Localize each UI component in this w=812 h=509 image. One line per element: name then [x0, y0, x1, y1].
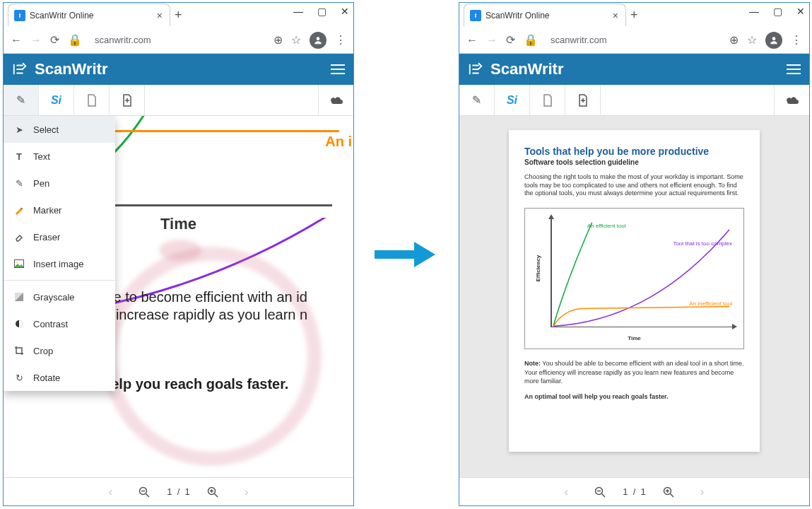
menu-crop[interactable]: Crop [4, 337, 115, 364]
contrast-icon [13, 320, 25, 328]
zoom-out-button[interactable] [130, 482, 158, 502]
menu-rotate[interactable]: ↻Rotate [4, 364, 115, 391]
profile-avatar[interactable] [310, 32, 326, 49]
tab-close-icon[interactable]: × [613, 10, 618, 21]
zoom-in-button[interactable] [654, 482, 683, 502]
zoom-circle-icon[interactable]: ⊕ [273, 33, 283, 47]
hamburger-button[interactable] [787, 64, 801, 74]
zoom-in-button[interactable] [199, 482, 227, 502]
svg-point-0 [317, 37, 320, 40]
menu-text[interactable]: TText [4, 143, 115, 170]
close-icon[interactable]: ✕ [796, 6, 805, 17]
menu-eraser[interactable]: Eraser [4, 223, 115, 250]
titlebar: I ScanWritr Online × + — ▢ ✕ [4, 3, 353, 27]
marker-icon [13, 205, 25, 215]
right-window: I ScanWritr Online × + — ▢ ✕ ← → ⟳ 🔒 sca… [459, 2, 810, 506]
legend-inefficient: An inefficient tool [689, 300, 732, 307]
browser-tab[interactable]: I ScanWritr Online × [464, 4, 626, 26]
browser-tab[interactable]: I ScanWritr Online × [8, 4, 170, 26]
menu-separator [4, 280, 115, 281]
star-icon[interactable]: ☆ [747, 33, 757, 47]
signature-tool-button[interactable]: Si [39, 85, 74, 115]
cursor-icon: ➤ [13, 124, 25, 135]
text-icon: T [13, 151, 25, 162]
minimize-icon[interactable]: — [749, 6, 759, 17]
menu-pen[interactable]: ✎Pen [4, 170, 115, 197]
forward-icon[interactable]: → [486, 34, 498, 47]
image-icon [13, 259, 25, 268]
left-window: I ScanWritr Online × + — ▢ ✕ ← → ⟳ 🔒 sca… [3, 2, 354, 506]
app-logo[interactable]: ScanWritr [468, 60, 564, 78]
new-tab-button[interactable]: + [175, 8, 182, 23]
titlebar: I ScanWritr Online × + — ▢ ✕ [459, 3, 809, 27]
maximize-icon[interactable]: ▢ [317, 6, 326, 17]
cloud-button[interactable] [774, 85, 809, 115]
logo-icon [468, 62, 483, 77]
edit-tool-button[interactable]: ✎ [459, 85, 495, 115]
signature-tool-button[interactable]: Si [495, 85, 530, 115]
canvas-area[interactable]: An i Time ble to become efficient with a… [4, 116, 353, 477]
reload-icon[interactable]: ⟳ [50, 33, 59, 47]
doc-paragraph: Choosing the right tools to make the mos… [524, 173, 744, 198]
app-logo[interactable]: ScanWritr [12, 60, 108, 78]
cloud-button[interactable] [318, 85, 353, 115]
window-controls: — ▢ ✕ [749, 6, 805, 17]
url-text[interactable]: scanwritr.com [551, 35, 721, 45]
rotate-icon: ↻ [13, 373, 25, 383]
url-text[interactable]: scanwritr.com [95, 35, 265, 45]
edit-tool-button[interactable]: ✎ [4, 85, 39, 115]
favicon-icon: I [470, 10, 481, 21]
profile-avatar[interactable] [765, 32, 782, 49]
paragraph-fragment-1: ble to become efficient with an id [102, 289, 307, 305]
kebab-icon[interactable]: ⋮ [791, 33, 802, 47]
tab-close-icon[interactable]: × [157, 10, 163, 21]
forward-icon[interactable]: → [30, 34, 42, 47]
page-indicator: 1 / 1 [164, 486, 193, 497]
crop-icon [13, 346, 25, 356]
arrow-icon [375, 240, 435, 269]
prev-page-button[interactable]: ‹ [552, 482, 580, 502]
address-bar: ← → ⟳ 🔒 scanwritr.com ⊕ ☆ ⋮ [459, 27, 809, 54]
stain-mark-2 [159, 240, 201, 261]
eraser-icon [13, 232, 25, 242]
star-icon[interactable]: ☆ [291, 33, 301, 47]
menu-insert-image[interactable]: Insert image [4, 250, 115, 277]
reload-icon[interactable]: ⟳ [506, 33, 515, 47]
tab-title: ScanWritr Online [30, 11, 153, 21]
toolbar: ✎ Si [459, 85, 809, 116]
app-name: ScanWritr [490, 60, 564, 78]
canvas-area[interactable]: Tools that help you be more productive S… [459, 116, 809, 477]
back-icon[interactable]: ← [466, 34, 478, 47]
pen-icon: ✎ [13, 178, 25, 189]
address-bar: ← → ⟳ 🔒 scanwritr.com ⊕ ☆ ⋮ [4, 27, 353, 54]
doc-final-line: An optimal tool will help you reach goal… [524, 393, 744, 400]
svg-point-2 [16, 262, 18, 263]
maximize-icon[interactable]: ▢ [773, 6, 782, 17]
footer-bar: ‹ 1 / 1 › [4, 477, 353, 505]
minimize-icon[interactable]: — [293, 6, 303, 17]
kebab-icon[interactable]: ⋮ [335, 33, 346, 47]
page-tool-button[interactable] [530, 85, 565, 115]
footer-bar: ‹ 1 / 1 › [459, 477, 809, 505]
add-page-button[interactable] [110, 85, 145, 115]
menu-contrast[interactable]: Contrast [4, 310, 115, 337]
menu-select[interactable]: ➤Select [4, 116, 115, 143]
paragraph-fragment-3: help you reach goals faster. [102, 376, 288, 392]
close-icon[interactable]: ✕ [341, 6, 349, 17]
page-tool-button[interactable] [74, 85, 110, 115]
hamburger-button[interactable] [331, 64, 345, 74]
menu-marker[interactable]: Marker [4, 197, 115, 223]
logo-icon [12, 62, 28, 77]
menu-grayscale[interactable]: Grayscale [4, 283, 115, 310]
add-page-button[interactable] [565, 85, 601, 115]
zoom-circle-icon[interactable]: ⊕ [729, 33, 739, 47]
zoom-out-button[interactable] [586, 482, 614, 502]
new-tab-button[interactable]: + [630, 8, 638, 23]
back-icon[interactable]: ← [11, 34, 22, 47]
next-page-button[interactable]: › [688, 482, 717, 502]
document-page: Tools that help you be more productive S… [509, 130, 760, 452]
toolbar: ✎ Si [4, 85, 353, 116]
prev-page-button[interactable]: ‹ [96, 482, 124, 502]
next-page-button[interactable]: › [233, 482, 261, 502]
window-controls: — ▢ ✕ [293, 6, 349, 17]
